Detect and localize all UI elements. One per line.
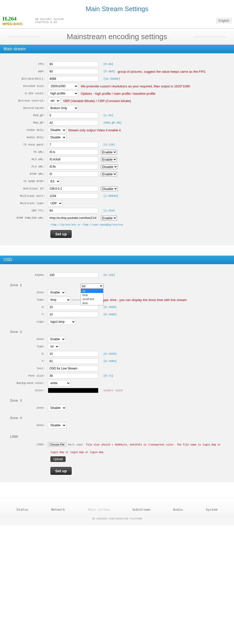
multicast-ip-input[interactable] (48, 186, 98, 191)
ts-url-input[interactable] (48, 149, 98, 155)
hls-url-enable[interactable]: Enable (101, 157, 117, 162)
select-color-link[interactable]: select color (103, 389, 123, 392)
zone2-font-label: Font size: (5, 374, 48, 377)
logo-upload-label: LOGO: (5, 443, 48, 446)
logo-help: file size should < 500kbyte, 0xF1F1F1 is… (86, 443, 221, 446)
language-select[interactable]: English (216, 18, 231, 23)
mainstream-header: Main stream (0, 45, 234, 53)
rtmp-url-enable[interactable]: Enable (101, 216, 117, 220)
ts-over-rtsp-select[interactable]: ES (48, 178, 60, 184)
flv-url-label: FLV URL: (5, 165, 48, 168)
flv-url-enable[interactable]: Disable (101, 164, 118, 169)
zone1-type-dropdown-open[interactable]: txt (81, 284, 103, 288)
udp-ttl-label: UDP TTL: (5, 209, 48, 212)
nav-system[interactable]: System (206, 508, 218, 512)
zone2-zone-label: Zone: (5, 338, 48, 341)
zone1-zone-select[interactable]: Enable (48, 289, 66, 295)
h264-level-select[interactable]: high profile (48, 90, 78, 96)
gop-input[interactable] (48, 69, 98, 74)
gop-label: GOP: (5, 70, 48, 73)
deinterlaced-label: Deinterlaced: (5, 107, 48, 110)
rtsp-url-input[interactable] (48, 171, 98, 177)
gop-hint: [5-300] (103, 70, 115, 73)
nav-network[interactable]: Network (51, 508, 65, 512)
zone2-zone-select[interactable]: Enable (48, 336, 66, 342)
zone1-logo-select[interactable]: logo1.bmp (48, 319, 76, 325)
encoded-size-select[interactable]: 1920x1080 (48, 83, 78, 89)
multicast-ip-label: Multicast IP: (5, 187, 48, 190)
zone1-logo-label: Logo: (5, 320, 48, 323)
logo-help2: logo2.bmp or logo3.bmp or logo4.bmp (50, 449, 229, 456)
osd-setup-button[interactable]: Set up (50, 467, 72, 475)
zone1-y-label: Y: (5, 313, 48, 316)
ts-url-enable[interactable]: Enable (101, 150, 117, 155)
multicast-ip-enable[interactable]: Disable (101, 186, 118, 191)
ts-once-input[interactable] (48, 142, 98, 147)
multicast-type-select[interactable]: UDP (48, 200, 63, 206)
nav-substream[interactable]: Substream (132, 508, 150, 512)
udp-ttl-input[interactable] (48, 208, 98, 213)
bitrate-control-select[interactable]: vbr (48, 98, 60, 104)
zone2-type-select[interactable]: txt (48, 343, 59, 350)
dd-option-txt[interactable]: txt (81, 289, 103, 293)
dd-option-time[interactable]: time (81, 301, 103, 305)
fps-input[interactable] (48, 61, 98, 67)
zone2-x-label: X: (5, 352, 48, 355)
zone1-type-label: Type: (5, 298, 48, 301)
mainstream-panel: Main stream FPS:[5-60] GOP:[5-300]group … (0, 45, 234, 245)
ts-url-label: TS URL: (5, 151, 48, 154)
maxqp-input[interactable] (48, 120, 98, 126)
zone2-y-input[interactable] (48, 358, 98, 364)
logo-mpeg: MPEG-4/AVC (3, 22, 30, 26)
video-only-select[interactable]: Disable (48, 127, 66, 133)
zone2-y-label: Y: (5, 360, 48, 363)
encoded-size-label: Encoded size: (5, 85, 48, 88)
zone2-color-box[interactable] (48, 388, 98, 393)
hls-url-input[interactable] (48, 157, 98, 162)
rtmp-url-input[interactable] (48, 215, 98, 221)
zone1-title: Zone 1 (10, 283, 229, 287)
multicast-port-label: Multicast port: (5, 194, 48, 197)
video-only-label: Video Only: (5, 129, 48, 132)
nav-audio[interactable]: Audio (173, 508, 183, 512)
dd-option-bmp[interactable]: bmp (81, 293, 103, 297)
osd-header: OSD (0, 256, 234, 264)
minqp-input[interactable] (48, 113, 98, 118)
gop-note: group of pictures, suggest the value kee… (118, 70, 206, 73)
bitrate-input[interactable] (48, 76, 98, 82)
zone2-bg-label: Background color: (5, 382, 48, 385)
hls-url-label: HLS URL: (5, 158, 48, 161)
dd-option-scroll[interactable]: scroll text (81, 297, 103, 301)
zone2-font-hint: [8-72] (103, 374, 113, 377)
zone2-x-input[interactable] (48, 351, 98, 357)
upload-button[interactable]: Upload (50, 456, 66, 462)
nav-mainstream[interactable]: Main stream (88, 508, 109, 512)
zone2-bg-select[interactable]: white (48, 380, 71, 386)
choose-file-button[interactable]: Choose File (48, 442, 66, 447)
footer-tagline: HD ENCODER CONFIGURATION PLATFORM (0, 515, 234, 525)
rtsp-url-enable[interactable]: Enable (101, 172, 117, 177)
zone2-y-hint: [0-1080] (103, 360, 117, 363)
zone1-y-input[interactable] (48, 312, 98, 317)
header-info: HD Encoder System Platform 6.33 (35, 18, 64, 24)
zone3-zone-select[interactable]: Disable (48, 405, 66, 411)
zone1-zone-label: Zone: (5, 291, 48, 294)
zone2-x-hint: [0-1920] (103, 352, 117, 355)
nav-status[interactable]: Status (16, 508, 28, 512)
rtsp-url-label: RTSP URL: (5, 172, 48, 176)
zone3-zone-label: Zone: (5, 406, 48, 409)
multicast-port-input[interactable] (48, 193, 98, 199)
zone1-y-hint: [0-1080] (103, 313, 117, 316)
zone4-zone-select[interactable]: Disable (48, 422, 66, 428)
zone1-type-select[interactable]: bmp (48, 297, 71, 303)
zone4-zone-label: Zone: (5, 424, 48, 427)
main-setup-button[interactable]: Set up (50, 230, 72, 238)
fps-label: FPS: (5, 63, 48, 66)
audio-only-select[interactable]: Disable (48, 134, 66, 140)
flv-url-input[interactable] (48, 164, 98, 169)
zone2-text-input[interactable] (48, 366, 98, 371)
deinterlaced-select[interactable]: Buttom Only (48, 105, 78, 111)
zone3-title: Zone 3 (10, 399, 229, 403)
alpha-input[interactable] (48, 272, 98, 278)
zone2-font-input[interactable] (48, 373, 98, 379)
